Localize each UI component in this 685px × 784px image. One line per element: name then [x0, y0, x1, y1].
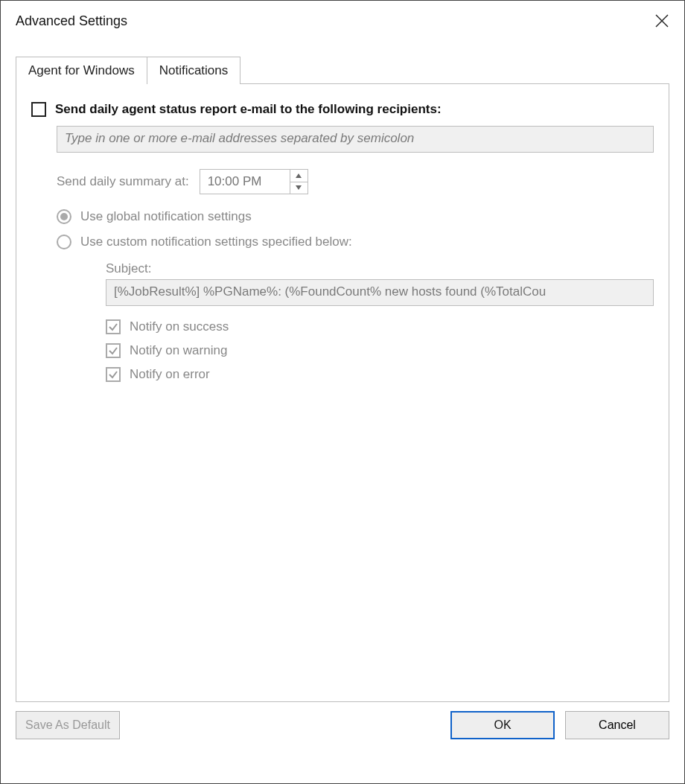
tab-label: Notifications: [159, 63, 229, 77]
button-label: Cancel: [599, 718, 636, 732]
recipients-input[interactable]: Type in one or more e-mail addresses sep…: [57, 126, 654, 153]
ok-button[interactable]: OK: [450, 711, 555, 739]
notify-error-row: Notify on error: [106, 367, 654, 382]
subject-input[interactable]: [%JobResult%] %PGName%: (%FoundCount% ne…: [106, 279, 654, 306]
send-daily-checkbox[interactable]: [31, 102, 46, 117]
chevron-up-icon: [296, 173, 302, 178]
svg-marker-3: [296, 185, 302, 190]
titlebar: Advanced Settings: [1, 1, 684, 39]
tab-panel-notifications: Send daily agent status report e-mail to…: [16, 84, 669, 702]
tab-agent-for-windows[interactable]: Agent for Windows: [16, 57, 147, 84]
tab-label: Agent for Windows: [28, 63, 135, 77]
notify-success-row: Notify on success: [106, 319, 654, 334]
radio-custom-row: Use custom notification settings specifi…: [57, 235, 654, 249]
button-label: Save As Default: [25, 718, 110, 732]
svg-marker-2: [296, 173, 302, 178]
notify-error-checkbox[interactable]: [106, 367, 121, 382]
close-icon: [655, 14, 669, 28]
summary-time-label: Send daily summary at:: [57, 174, 189, 189]
tabs-region: Agent for Windows Notifications Send dai…: [1, 56, 684, 702]
send-daily-label: Send daily agent status report e-mail to…: [55, 102, 442, 117]
tab-bar: Agent for Windows Notifications: [16, 56, 669, 84]
button-label: OK: [494, 718, 511, 732]
check-icon: [108, 345, 118, 356]
summary-time-row: Send daily summary at: 10:00 PM: [57, 169, 654, 194]
spinner-up-button[interactable]: [290, 170, 308, 182]
subject-label: Subject:: [106, 261, 654, 276]
advanced-settings-dialog: Advanced Settings Agent for Windows Noti…: [0, 0, 685, 784]
notify-warning-checkbox[interactable]: [106, 343, 121, 358]
cancel-button[interactable]: Cancel: [565, 711, 669, 739]
save-as-default-button[interactable]: Save As Default: [16, 711, 120, 739]
chevron-down-icon: [296, 185, 302, 190]
dialog-title: Advanced Settings: [16, 13, 127, 29]
send-daily-row: Send daily agent status report e-mail to…: [31, 102, 654, 117]
radio-global[interactable]: [57, 209, 71, 224]
notify-success-checkbox[interactable]: [106, 319, 121, 334]
radio-global-label: Use global notification settings: [80, 209, 252, 224]
radio-custom[interactable]: [57, 235, 71, 249]
tab-notifications[interactable]: Notifications: [147, 57, 241, 84]
close-button[interactable]: [651, 10, 673, 32]
notify-warning-row: Notify on warning: [106, 343, 654, 358]
dialog-footer: Save As Default OK Cancel: [1, 702, 684, 753]
radio-custom-label: Use custom notification settings specifi…: [80, 235, 352, 249]
notify-warning-label: Notify on warning: [130, 343, 227, 358]
spinner-buttons: [290, 170, 308, 194]
check-icon: [108, 369, 118, 380]
summary-time-spinner[interactable]: 10:00 PM: [200, 169, 308, 194]
spinner-down-button[interactable]: [290, 182, 308, 194]
summary-time-value[interactable]: 10:00 PM: [200, 170, 290, 194]
notify-error-label: Notify on error: [130, 367, 210, 382]
notify-success-label: Notify on success: [130, 319, 229, 334]
check-icon: [108, 322, 118, 332]
radio-global-row: Use global notification settings: [57, 209, 654, 224]
